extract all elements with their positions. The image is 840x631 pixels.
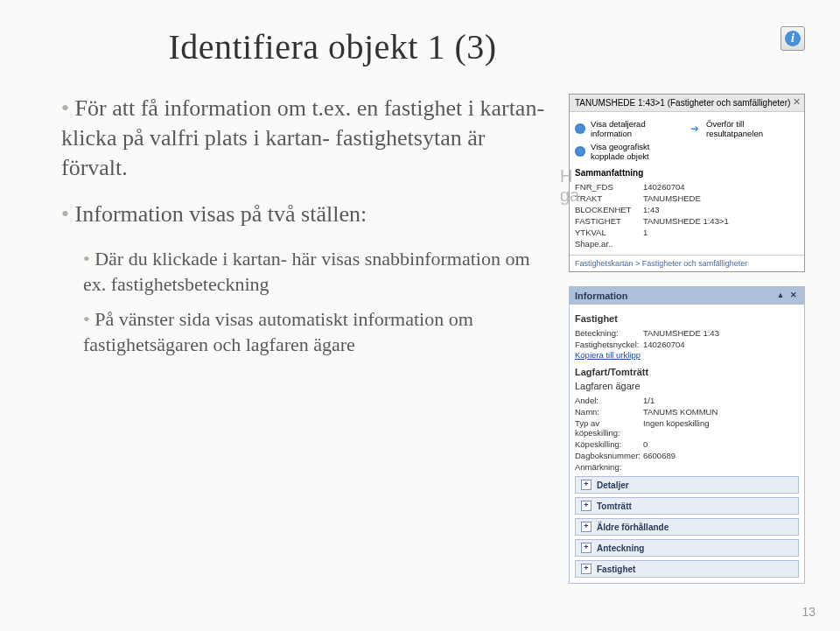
fnr-fds-value: 140260704 xyxy=(643,182,685,192)
popup-header: TANUMSHEDE 1:43>1 (Fastigheter och samfä… xyxy=(570,95,804,112)
dagboks-value: 6600689 xyxy=(643,451,676,460)
plus-icon: + xyxy=(581,501,592,511)
blockenhet-value: 1:43 xyxy=(643,205,660,214)
map-popup: TANUMSHEDE 1:43>1 (Fastigheter och samfä… xyxy=(569,94,805,272)
section-lagfaren: Lagfaren ägare xyxy=(575,381,799,391)
section-lagfart: Lagfart/Tomträtt xyxy=(575,367,799,377)
background-blur-text: H ga xyxy=(560,166,579,205)
plus-icon: + xyxy=(581,543,592,553)
subbullet-1: Där du klickade i kartan- här visas snab… xyxy=(83,247,551,297)
namn-value: TANUMS KOMMUN xyxy=(643,407,718,417)
expander-fastighet[interactable]: +Fastighet xyxy=(575,560,799,578)
popup-header-text: TANUMSHEDE 1:43>1 (Fastigheter och samfä… xyxy=(575,98,790,108)
info-mini-icon xyxy=(575,123,585,134)
plus-icon: + xyxy=(581,480,592,490)
trakt-value: TANUMSHEDE xyxy=(643,193,701,203)
plus-icon: + xyxy=(581,564,592,574)
bg-line1: H xyxy=(560,166,572,186)
popup-breadcrumb[interactable]: Fastighetskartan > Fastigheter och samfä… xyxy=(570,255,804,271)
plus-icon: + xyxy=(581,522,592,532)
fastighet-value: TANUMSHEDE 1:43>1 xyxy=(643,216,729,226)
copy-clipboard-link[interactable]: Kopiera till urklipp xyxy=(575,350,799,360)
slide-title: Identifiera objekt 1 (3) xyxy=(105,26,560,67)
ytkval-value: 1 xyxy=(643,228,648,237)
bullet-2: Information visas på två ställen: xyxy=(61,200,551,229)
expander-anteckning[interactable]: +Anteckning xyxy=(575,539,799,557)
typ-value: Ingen köpeskilling xyxy=(643,418,710,438)
expander-aldre[interactable]: +Äldre förhållande xyxy=(575,518,799,536)
nyckel-value: 140260704 xyxy=(643,340,685,349)
summary-label: Sammanfattning xyxy=(575,168,799,178)
section-fastighet: Fastighet xyxy=(575,313,799,324)
text-content: För att få information om t.ex. en fasti… xyxy=(35,94,551,584)
beteckning-value: TANUMSHEDE 1:43 xyxy=(643,328,719,338)
close-icon[interactable]: ✕ xyxy=(793,96,801,108)
expander-tomtratt[interactable]: +Tomträtt xyxy=(575,497,799,515)
action-geo[interactable]: Visa geografiskt kopplade objekt xyxy=(575,140,683,163)
bg-line2: ga xyxy=(560,186,579,205)
info-glyph: i xyxy=(785,31,801,46)
kopeskilling-value: 0 xyxy=(643,439,648,449)
expander-detaljer[interactable]: +Detaljer xyxy=(575,476,799,494)
subbullet-2: På vänster sida visas automatiskt inform… xyxy=(83,307,551,357)
action-transfer[interactable]: ➔ Överför till resultatpanelen xyxy=(690,117,799,140)
information-panel: Information ▲ ✕ Fastighet Beteckning:TAN… xyxy=(569,286,805,584)
bullet-1: För att få information om t.ex. en fasti… xyxy=(61,94,551,182)
geo-mini-icon xyxy=(575,146,585,157)
andel-value: 1/1 xyxy=(643,396,654,405)
action-detail[interactable]: Visa detaljerad information xyxy=(575,117,683,140)
info-panel-title: Information ▲ ✕ xyxy=(570,287,804,305)
arrow-right-icon: ➔ xyxy=(690,123,701,134)
info-icon[interactable]: i xyxy=(780,26,805,51)
page-number: 13 xyxy=(802,605,816,619)
right-column: H ga TANUMSHEDE 1:43>1 (Fastigheter och … xyxy=(569,94,805,584)
panel-controls[interactable]: ▲ ✕ xyxy=(777,291,799,301)
